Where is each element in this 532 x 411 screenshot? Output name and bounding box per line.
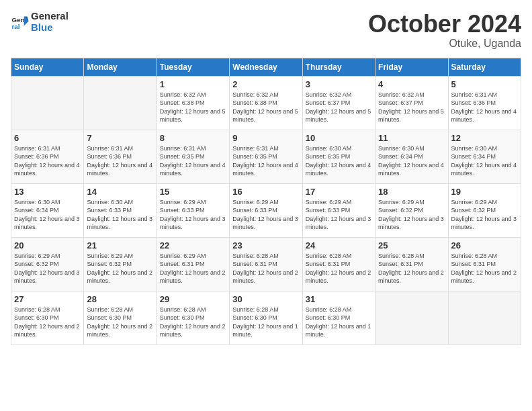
day-info: Sunrise: 6:29 AMSunset: 6:33 PMDaylight:…	[306, 198, 372, 232]
day-number: 6	[14, 133, 81, 143]
day-info: Sunrise: 6:29 AMSunset: 6:32 PMDaylight:…	[87, 252, 153, 285]
day-info: Sunrise: 6:30 AMSunset: 6:33 PMDaylight:…	[87, 198, 153, 232]
day-info: Sunrise: 6:29 AMSunset: 6:32 PMDaylight:…	[451, 198, 518, 232]
calendar-cell	[375, 291, 448, 345]
day-info: Sunrise: 6:28 AMSunset: 6:31 PMDaylight:…	[232, 252, 299, 285]
calendar-cell: 5Sunrise: 6:31 AMSunset: 6:36 PMDaylight…	[448, 76, 521, 130]
day-info: Sunrise: 6:31 AMSunset: 6:35 PMDaylight:…	[232, 144, 299, 178]
calendar-cell: 20Sunrise: 6:29 AMSunset: 6:32 PMDayligh…	[11, 237, 84, 291]
day-number: 24	[306, 240, 372, 250]
day-info: Sunrise: 6:28 AMSunset: 6:31 PMDaylight:…	[451, 252, 518, 285]
day-number: 9	[232, 133, 299, 143]
calendar-cell: 27Sunrise: 6:28 AMSunset: 6:30 PMDayligh…	[11, 291, 84, 345]
day-number: 2	[232, 79, 299, 89]
day-info: Sunrise: 6:28 AMSunset: 6:30 PMDaylight:…	[232, 306, 299, 339]
day-number: 18	[378, 187, 445, 197]
day-info: Sunrise: 6:31 AMSunset: 6:36 PMDaylight:…	[451, 91, 518, 124]
day-number: 13	[14, 187, 81, 197]
logo-icon: Gene ral	[11, 13, 30, 32]
day-info: Sunrise: 6:29 AMSunset: 6:33 PMDaylight:…	[232, 198, 299, 232]
day-info: Sunrise: 6:30 AMSunset: 6:34 PMDaylight:…	[14, 198, 81, 232]
day-number: 26	[451, 240, 518, 250]
day-info: Sunrise: 6:30 AMSunset: 6:34 PMDaylight:…	[451, 144, 518, 178]
day-number: 14	[87, 187, 153, 197]
day-number: 19	[451, 187, 518, 197]
calendar-cell: 11Sunrise: 6:30 AMSunset: 6:34 PMDayligh…	[375, 130, 448, 183]
day-info: Sunrise: 6:30 AMSunset: 6:34 PMDaylight:…	[378, 144, 445, 178]
page-header: Gene ral General Blue October 2024 Otuke…	[11, 11, 521, 50]
calendar-cell: 14Sunrise: 6:30 AMSunset: 6:33 PMDayligh…	[84, 183, 157, 237]
calendar-cell: 29Sunrise: 6:28 AMSunset: 6:30 PMDayligh…	[157, 291, 229, 345]
day-info: Sunrise: 6:32 AMSunset: 6:37 PMDaylight:…	[306, 91, 372, 124]
calendar-cell: 17Sunrise: 6:29 AMSunset: 6:33 PMDayligh…	[302, 183, 375, 237]
header-sunday: Sunday	[11, 58, 84, 76]
calendar-cell	[448, 291, 521, 345]
calendar-cell: 26Sunrise: 6:28 AMSunset: 6:31 PMDayligh…	[448, 237, 521, 291]
day-number: 23	[232, 240, 299, 250]
day-info: Sunrise: 6:29 AMSunset: 6:32 PMDaylight:…	[378, 198, 445, 232]
month-title: October 2024	[368, 11, 521, 38]
calendar-cell: 3Sunrise: 6:32 AMSunset: 6:37 PMDaylight…	[302, 76, 375, 130]
day-number: 3	[306, 79, 372, 89]
calendar-table: SundayMondayTuesdayWednesdayThursdayFrid…	[11, 58, 521, 345]
title-area: October 2024 Otuke, Uganda	[368, 11, 521, 50]
calendar-cell: 23Sunrise: 6:28 AMSunset: 6:31 PMDayligh…	[230, 237, 302, 291]
week-row-1: 1Sunrise: 6:32 AMSunset: 6:38 PMDaylight…	[11, 76, 521, 130]
day-number: 17	[306, 187, 372, 197]
day-number: 28	[87, 294, 153, 304]
location-title: Otuke, Uganda	[368, 38, 521, 50]
calendar-cell: 13Sunrise: 6:30 AMSunset: 6:34 PMDayligh…	[11, 183, 84, 237]
calendar-cell: 19Sunrise: 6:29 AMSunset: 6:32 PMDayligh…	[448, 183, 521, 237]
header-friday: Friday	[375, 58, 448, 76]
day-number: 10	[306, 133, 372, 143]
day-number: 21	[87, 240, 153, 250]
day-info: Sunrise: 6:28 AMSunset: 6:31 PMDaylight:…	[378, 252, 445, 285]
calendar-cell: 25Sunrise: 6:28 AMSunset: 6:31 PMDayligh…	[375, 237, 448, 291]
calendar-cell	[11, 76, 84, 130]
header-thursday: Thursday	[302, 58, 375, 76]
calendar-cell: 31Sunrise: 6:28 AMSunset: 6:30 PMDayligh…	[302, 291, 375, 345]
calendar-header-row: SundayMondayTuesdayWednesdayThursdayFrid…	[11, 58, 521, 76]
day-number: 30	[232, 294, 299, 304]
day-number: 15	[160, 187, 226, 197]
day-number: 27	[14, 294, 81, 304]
day-info: Sunrise: 6:28 AMSunset: 6:30 PMDaylight:…	[160, 306, 226, 339]
calendar-cell: 12Sunrise: 6:30 AMSunset: 6:34 PMDayligh…	[448, 130, 521, 183]
day-info: Sunrise: 6:32 AMSunset: 6:38 PMDaylight:…	[232, 91, 299, 124]
svg-text:ral: ral	[11, 22, 19, 30]
week-row-2: 6Sunrise: 6:31 AMSunset: 6:36 PMDaylight…	[11, 130, 521, 183]
week-row-4: 20Sunrise: 6:29 AMSunset: 6:32 PMDayligh…	[11, 237, 521, 291]
day-number: 22	[160, 240, 226, 250]
calendar-cell: 2Sunrise: 6:32 AMSunset: 6:38 PMDaylight…	[230, 76, 302, 130]
day-info: Sunrise: 6:29 AMSunset: 6:32 PMDaylight:…	[14, 252, 81, 285]
calendar-cell	[84, 76, 157, 130]
day-info: Sunrise: 6:31 AMSunset: 6:35 PMDaylight:…	[160, 144, 226, 178]
day-number: 25	[378, 240, 445, 250]
week-row-3: 13Sunrise: 6:30 AMSunset: 6:34 PMDayligh…	[11, 183, 521, 237]
day-info: Sunrise: 6:31 AMSunset: 6:36 PMDaylight:…	[14, 144, 81, 178]
day-number: 7	[87, 133, 153, 143]
day-number: 8	[160, 133, 226, 143]
calendar-cell: 18Sunrise: 6:29 AMSunset: 6:32 PMDayligh…	[375, 183, 448, 237]
day-info: Sunrise: 6:28 AMSunset: 6:30 PMDaylight:…	[87, 306, 153, 339]
day-number: 4	[378, 79, 445, 89]
day-number: 1	[160, 79, 226, 89]
calendar-cell: 10Sunrise: 6:30 AMSunset: 6:35 PMDayligh…	[302, 130, 375, 183]
day-number: 31	[306, 294, 372, 304]
day-number: 29	[160, 294, 226, 304]
day-info: Sunrise: 6:31 AMSunset: 6:36 PMDaylight:…	[87, 144, 153, 178]
calendar-cell: 9Sunrise: 6:31 AMSunset: 6:35 PMDaylight…	[230, 130, 302, 183]
day-number: 11	[378, 133, 445, 143]
day-number: 12	[451, 133, 518, 143]
header-wednesday: Wednesday	[230, 58, 302, 76]
calendar-cell: 1Sunrise: 6:32 AMSunset: 6:38 PMDaylight…	[157, 76, 229, 130]
logo-blue: Blue	[31, 21, 53, 33]
day-info: Sunrise: 6:30 AMSunset: 6:35 PMDaylight:…	[306, 144, 372, 178]
header-monday: Monday	[84, 58, 157, 76]
day-info: Sunrise: 6:32 AMSunset: 6:38 PMDaylight:…	[160, 91, 226, 124]
day-info: Sunrise: 6:29 AMSunset: 6:31 PMDaylight:…	[160, 252, 226, 285]
week-row-5: 27Sunrise: 6:28 AMSunset: 6:30 PMDayligh…	[11, 291, 521, 345]
day-info: Sunrise: 6:28 AMSunset: 6:31 PMDaylight:…	[306, 252, 372, 285]
header-tuesday: Tuesday	[157, 58, 229, 76]
day-info: Sunrise: 6:32 AMSunset: 6:37 PMDaylight:…	[378, 91, 445, 124]
